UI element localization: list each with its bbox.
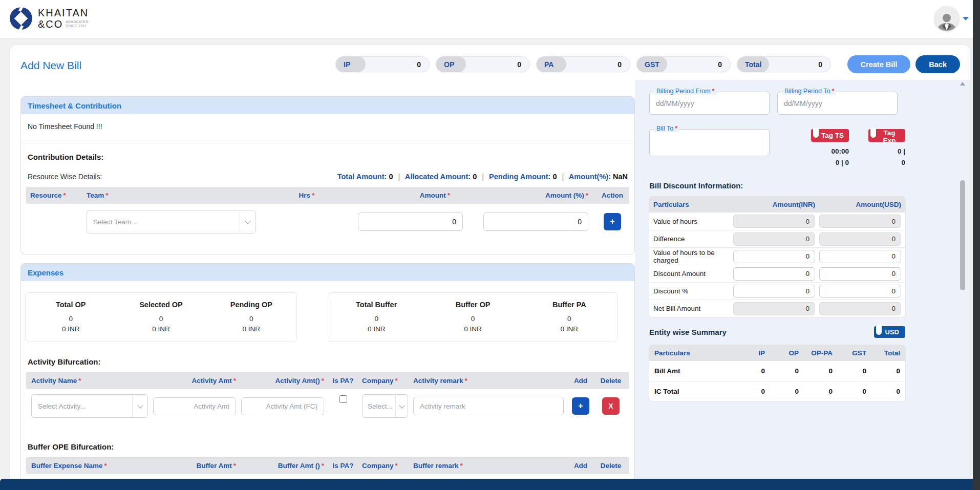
billing-period-to-input[interactable]	[778, 92, 897, 114]
amount-pct-input[interactable]	[483, 212, 588, 231]
create-bill-button[interactable]: Create Bill	[847, 55, 911, 73]
activity-select[interactable]: Select Activity...	[31, 394, 148, 418]
billing-period-from-field: Billing Period From*	[649, 92, 770, 115]
ic-total-op: 0	[765, 388, 799, 395]
total-buffer-item: Total Buffer 0 0 INR	[328, 301, 424, 333]
allocated-amount-label: Allocated Amount:	[405, 173, 471, 181]
exp-counts-line2: 0	[898, 157, 905, 168]
activity-table-header: Activity Name* Activity Amt* Activity Am…	[26, 372, 629, 389]
badge-op-label: OP	[436, 56, 466, 72]
col-particulars: Particulars	[653, 201, 729, 208]
resource-wise-label: Resource Wise Details:	[28, 173, 102, 181]
pending-op-inr: 0 INR	[206, 325, 296, 333]
chevron-down-icon[interactable]	[395, 395, 408, 417]
company-select-placeholder: Select...	[368, 402, 393, 410]
discount-row-discount-pct: Discount %	[649, 282, 905, 300]
col-hrs: Hrs*	[255, 191, 358, 199]
inner-scrollbar[interactable]	[960, 82, 966, 475]
row-label: Discount Amount	[653, 270, 729, 278]
add-new-bill-card: Add New Bill IP 0 OP 0 PA 0 GST 0 Total …	[10, 45, 970, 479]
selected-op-value: 0	[116, 315, 206, 323]
activity-is-pa-checkbox[interactable]	[339, 395, 347, 403]
chevron-down-icon[interactable]	[132, 395, 147, 417]
bill-amt-total: 0	[866, 367, 900, 375]
team-select-placeholder: Select Team...	[93, 218, 137, 226]
pipe-separator: |	[395, 173, 403, 181]
ts-counts: 0 | 0	[831, 157, 849, 168]
pipe-separator: |	[479, 173, 487, 181]
col-particulars: Particulars	[654, 349, 731, 357]
discount-row-value-of-hours: Value of hours	[649, 212, 905, 230]
team-select[interactable]: Select Team...	[87, 210, 255, 233]
col-ip: IP	[731, 349, 765, 357]
bill-to-field: Bill To*	[649, 129, 770, 156]
contribution-details-title: Contribution Details:	[28, 153, 628, 161]
activity-remark-input[interactable]	[413, 397, 564, 415]
discount-pct-inr-input[interactable]	[733, 285, 815, 298]
billing-period-from-label: Billing Period From*	[654, 88, 716, 95]
hours-to-be-charged-usd-input[interactable]	[819, 250, 901, 263]
brand-logo: KHAITAN &CO ADVOCATES SINCE 1911	[8, 6, 89, 31]
amount-input[interactable]	[358, 212, 463, 231]
brand-tagline-line1: ADVOCATES	[66, 20, 88, 24]
billing-period-to-label: Billing Period To*	[782, 88, 836, 95]
scrollbar-thumb[interactable]	[960, 180, 965, 290]
add-resource-row-button[interactable]: +	[604, 213, 621, 230]
summary-badges: IP 0 OP 0 PA 0 GST 0 Total 0	[335, 56, 831, 72]
pending-op-item: Pending OP 0 0 INR	[206, 301, 296, 333]
discount-pct-usd-input[interactable]	[819, 285, 901, 298]
expenses-panel: Expenses Total OP 0 0 INR Selected OP 0 …	[20, 263, 635, 479]
discount-amount-inr-input[interactable]	[733, 267, 815, 281]
buffer-pa-inr: 0 INR	[521, 325, 617, 333]
activity-delete-row-button[interactable]: X	[602, 397, 620, 415]
badge-total-label: Total	[737, 56, 769, 72]
col-company: Company*	[362, 377, 408, 385]
khaitan-logo-mark-icon	[8, 6, 34, 31]
buffer-pa-item: Buffer PA 0 0 INR	[521, 301, 617, 333]
col-company: Company*	[362, 462, 408, 470]
tag-ts-button[interactable]: Tag TS	[811, 129, 849, 142]
right-column: Billing Period From* Billing Period To* …	[635, 80, 970, 479]
buffer-table-row: Select Buffer Exp. Select... + X	[26, 474, 629, 479]
activity-company-select[interactable]: Select...	[362, 394, 408, 418]
row-label: IC Total	[654, 388, 731, 395]
tag-ts-counts: 00:00 0 | 0	[831, 146, 849, 168]
discount-amount-usd-input[interactable]	[819, 267, 901, 281]
usd-toggle-button[interactable]: USD	[874, 326, 905, 338]
buffer-table: Buffer Expense Name* Buffer Amt* Buffer …	[26, 457, 629, 479]
profile-caret-down-icon[interactable]	[963, 17, 969, 20]
badge-gst-count: 0	[718, 60, 730, 69]
bill-discount-title: Bill Discount Information:	[649, 181, 905, 190]
chevron-down-icon[interactable]	[240, 210, 255, 233]
activity-amt-fc-input[interactable]	[241, 397, 324, 415]
hours-to-be-charged-inr-input[interactable]	[733, 250, 815, 263]
col-activity-name: Activity Name*	[31, 377, 148, 385]
left-column: Timesheet & Contribution No Timesheet Fo…	[10, 80, 635, 479]
buffer-pa-label: Buffer PA	[521, 301, 617, 309]
discount-row-net-bill-amount: Net Bill Amount	[649, 300, 905, 317]
total-buffer-label: Total Buffer	[328, 301, 424, 309]
badge-total-count: 0	[818, 60, 830, 69]
user-avatar[interactable]	[934, 6, 959, 31]
discount-row-difference: Difference	[649, 230, 905, 247]
activity-add-row-button[interactable]: +	[572, 397, 589, 415]
ic-total-op-pa: 0	[799, 388, 833, 395]
col-is-pa: Is PA?	[329, 462, 357, 470]
buffer-table-header: Buffer Expense Name* Buffer Amt* Buffer …	[26, 457, 629, 474]
scroll-up-icon[interactable]	[960, 82, 965, 86]
billing-period-from-input[interactable]	[650, 92, 769, 114]
brand-tagline: ADVOCATES SINCE 1911	[66, 20, 88, 29]
col-action: Action	[588, 191, 636, 199]
back-button[interactable]: Back	[915, 55, 960, 73]
card-header: Add New Bill IP 0 OP 0 PA 0 GST 0 Total …	[10, 45, 970, 80]
activity-amt-input[interactable]	[153, 397, 236, 415]
col-amount-inr: Amount(INR)	[733, 201, 815, 208]
bill-to-input[interactable]	[650, 130, 769, 156]
toggle-knob-icon	[870, 127, 876, 138]
brand-name-line2: &CO	[38, 19, 63, 29]
value-of-hours-inr-input	[733, 215, 815, 228]
tag-exp-button[interactable]: Tag Exp	[868, 129, 905, 142]
op-summary-card: Total OP 0 0 INR Selected OP 0 0 INR Pen…	[25, 292, 297, 342]
bill-amt-op: 0	[765, 367, 799, 375]
pending-op-value: 0	[206, 315, 296, 323]
